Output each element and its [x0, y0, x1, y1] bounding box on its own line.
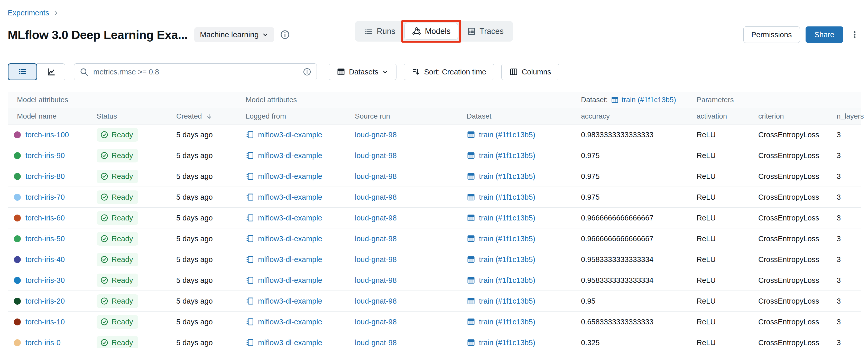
model-name-link[interactable]: torch-iris-80	[25, 172, 65, 181]
model-name-link[interactable]: torch-iris-20	[25, 297, 65, 305]
group-model-attributes-2: Model attributes	[237, 92, 572, 108]
source-run-cell: loud-gnat-98	[346, 125, 458, 145]
search-info-icon[interactable]	[303, 68, 311, 76]
column-header-logged-from[interactable]: Logged from	[237, 108, 346, 124]
dataset-link[interactable]: train (#1f1c13b5)	[479, 339, 535, 347]
model-name-cell: torch-iris-10	[8, 312, 88, 332]
logged-from-link[interactable]: mlflow3-dl-example	[258, 276, 322, 285]
logged-from-link[interactable]: mlflow3-dl-example	[258, 235, 322, 243]
logged-from-link[interactable]: mlflow3-dl-example	[258, 131, 322, 139]
permissions-button[interactable]: Permissions	[743, 27, 800, 43]
created-cell: 5 days ago	[167, 187, 237, 207]
dataset-link[interactable]: train (#1f1c13b5)	[479, 276, 535, 285]
logged-from-link[interactable]: mlflow3-dl-example	[258, 255, 322, 264]
sort-button[interactable]: Sort: Creation time	[404, 64, 494, 80]
n-layers-cell: 3	[828, 166, 861, 186]
source-run-link[interactable]: loud-gnat-98	[355, 214, 397, 222]
model-name-link[interactable]: torch-iris-90	[25, 151, 65, 160]
logged-from-link[interactable]: mlflow3-dl-example	[258, 318, 322, 326]
dataset-link[interactable]: train (#1f1c13b5)	[479, 255, 535, 264]
logged-from-link[interactable]: mlflow3-dl-example	[258, 172, 322, 181]
tab-models[interactable]: Models	[404, 23, 458, 39]
logged-from-link[interactable]: mlflow3-dl-example	[258, 214, 322, 222]
column-header-created[interactable]: Created	[167, 108, 237, 124]
column-header-activation[interactable]: activation	[688, 108, 749, 124]
group-dataset-link[interactable]: train (#1f1c13b5)	[611, 96, 676, 104]
dataset-link[interactable]: train (#1f1c13b5)	[479, 151, 535, 160]
source-run-cell: loud-gnat-98	[346, 145, 458, 166]
model-name-link[interactable]: torch-iris-70	[25, 193, 65, 202]
model-name-link[interactable]: torch-iris-40	[25, 255, 65, 264]
status-badge: Ready	[97, 274, 138, 287]
source-run-link[interactable]: loud-gnat-98	[355, 172, 397, 181]
column-header-dataset[interactable]: Dataset	[458, 108, 572, 124]
accuracy-cell: 0.9666666666666667	[572, 208, 688, 228]
dataset-cell: train (#1f1c13b5)	[458, 145, 572, 166]
status-badge: Ready	[97, 253, 138, 267]
model-name-link[interactable]: torch-iris-0	[25, 339, 61, 347]
criterion-cell: CrossEntropyLoss	[749, 312, 828, 332]
dataset-link[interactable]: train (#1f1c13b5)	[479, 235, 535, 243]
source-run-link[interactable]: loud-gnat-98	[355, 131, 397, 139]
model-name-link[interactable]: torch-iris-100	[25, 131, 69, 139]
column-header-accuracy[interactable]: accuracy	[572, 108, 688, 124]
column-header-n-layers[interactable]: n_layers	[828, 108, 864, 124]
breadcrumb-experiments-link[interactable]: Experiments	[8, 9, 49, 17]
status-cell: Ready	[88, 291, 167, 311]
created-cell: 5 days ago	[167, 270, 237, 290]
experiment-type-tag[interactable]: Machine learning	[194, 27, 274, 42]
list-view-toggle[interactable]	[8, 63, 37, 80]
chevron-down-icon	[262, 31, 269, 38]
dataset-link[interactable]: train (#1f1c13b5)	[479, 193, 535, 202]
tab-models-label: Models	[425, 27, 451, 36]
n-layers-cell: 3	[828, 125, 861, 145]
column-header-source-run[interactable]: Source run	[346, 108, 458, 124]
tab-traces[interactable]: Traces	[460, 23, 511, 39]
dataset-link[interactable]: train (#1f1c13b5)	[479, 297, 535, 305]
source-run-link[interactable]: loud-gnat-98	[355, 151, 397, 160]
search-input[interactable]	[93, 68, 299, 76]
tab-runs[interactable]: Runs	[357, 23, 402, 39]
model-name-link[interactable]: torch-iris-10	[25, 318, 65, 326]
logged-from-link[interactable]: mlflow3-dl-example	[258, 297, 322, 305]
source-run-link[interactable]: loud-gnat-98	[355, 255, 397, 264]
dataset-link[interactable]: train (#1f1c13b5)	[479, 172, 535, 181]
created-label: 5 days ago	[176, 276, 213, 285]
status-cell: Ready	[88, 270, 167, 290]
source-run-link[interactable]: loud-gnat-98	[355, 276, 397, 285]
source-run-link[interactable]: loud-gnat-98	[355, 339, 397, 347]
chart-view-toggle[interactable]	[37, 63, 65, 80]
dataset-link[interactable]: train (#1f1c13b5)	[479, 214, 535, 222]
model-name-link[interactable]: torch-iris-30	[25, 276, 65, 285]
accuracy-cell: 0.9666666666666667	[572, 229, 688, 249]
dataset-link[interactable]: train (#1f1c13b5)	[479, 318, 535, 326]
source-run-link[interactable]: loud-gnat-98	[355, 235, 397, 243]
criterion-cell: CrossEntropyLoss	[749, 291, 828, 311]
dataset-link[interactable]: train (#1f1c13b5)	[479, 131, 535, 139]
overflow-menu-icon[interactable]	[849, 27, 860, 43]
activation-value: ReLU	[696, 151, 716, 160]
status-cell: Ready	[88, 125, 167, 145]
table-row: torch-iris-80 Ready 5 days ago mlflow3-d…	[8, 166, 861, 187]
source-run-link[interactable]: loud-gnat-98	[355, 193, 397, 202]
source-run-link[interactable]: loud-gnat-98	[355, 318, 397, 326]
logged-from-link[interactable]: mlflow3-dl-example	[258, 151, 322, 160]
status-badge-label: Ready	[112, 235, 133, 243]
column-header-model-name[interactable]: Model name	[8, 108, 88, 124]
model-name-link[interactable]: torch-iris-50	[25, 235, 65, 243]
column-header-criterion[interactable]: criterion	[749, 108, 828, 124]
check-circle-icon	[100, 255, 108, 264]
logged-from-link[interactable]: mlflow3-dl-example	[258, 193, 322, 202]
created-label: 5 days ago	[176, 193, 213, 202]
table-row: torch-iris-70 Ready 5 days ago mlflow3-d…	[8, 187, 861, 208]
model-name-link[interactable]: torch-iris-60	[25, 214, 65, 222]
share-button[interactable]: Share	[806, 27, 843, 43]
accuracy-cell: 0.9583333333333334	[572, 270, 688, 290]
datasets-filter-button[interactable]: Datasets	[329, 64, 397, 80]
info-icon[interactable]	[280, 30, 290, 40]
logged-from-link[interactable]: mlflow3-dl-example	[258, 339, 322, 347]
source-run-link[interactable]: loud-gnat-98	[355, 297, 397, 305]
source-run-cell: loud-gnat-98	[346, 332, 458, 348]
columns-button[interactable]: Columns	[501, 64, 559, 80]
column-header-status[interactable]: Status	[88, 108, 167, 124]
